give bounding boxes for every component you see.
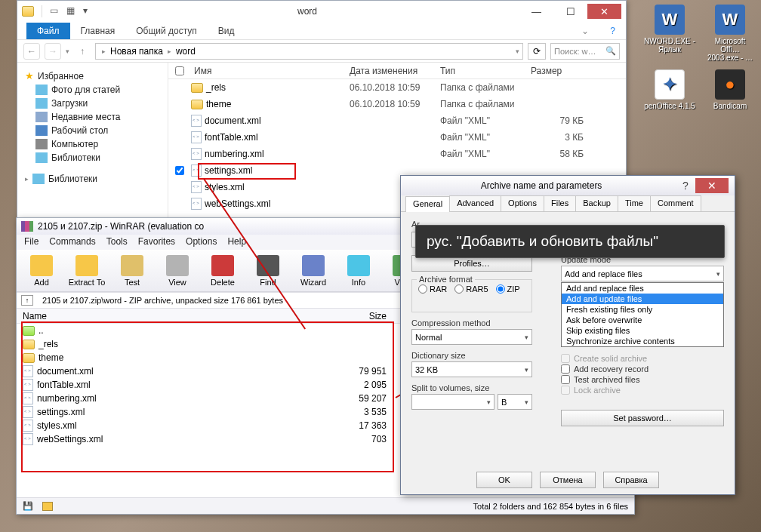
nav-item[interactable]: Рабочий стол [22,124,163,137]
desktop-icon-nword[interactable]: W NWORD.EXE - Ярлык [644,5,695,54]
tab-share[interactable]: Общий доступ [125,23,208,39]
nav-item[interactable]: Недавние места [22,110,163,124]
chk-test[interactable]: Test archived files [561,375,724,384]
col-date[interactable]: Дата изменения [350,66,440,76]
up-icon[interactable]: ↑ [21,295,33,306]
tab-time[interactable]: Time [618,195,651,211]
toolbar-wizard[interactable]: Wizard [293,253,334,288]
toolbar-delete[interactable]: Delete [202,253,243,288]
update-mode-select[interactable]: Add and replace files [561,266,724,281]
tab-view[interactable]: Вид [208,23,245,39]
desktop-icon-msoffice[interactable]: W Microsoft Offi… 2003.exe - … [704,5,756,62]
toolbar-view[interactable]: View [157,253,198,288]
radio-rar[interactable]: RAR [418,284,447,294]
nav-up-button[interactable]: ↑ [74,43,91,60]
desktop-icon-label: penOffice 4.1.5 [644,102,695,110]
tab-options[interactable]: Options [501,195,544,211]
properties-icon[interactable]: ▭ [50,5,62,17]
split-size-input[interactable] [411,394,494,410]
nav-recent-icon[interactable]: ▾ [66,48,69,55]
compression-label: Compression method [411,318,532,328]
toolbar-extract-to[interactable]: Extract To [66,253,107,288]
star-icon: ★ [25,70,34,81]
tab-home[interactable]: Главная [70,23,126,39]
explorer-titlebar[interactable]: ▭ ▦ ▾ word — ☐ ✕ [17,1,626,22]
update-option[interactable]: Fresh existing files only [562,304,723,315]
file-row[interactable]: document.xml Файл "XML" 79 КБ [168,112,626,129]
tab-backup[interactable]: Backup [575,195,618,211]
col-name[interactable]: Name [17,311,319,321]
tab-advanced[interactable]: Advanced [449,195,501,211]
file-row[interactable]: fontTable.xml Файл "XML" 3 КБ [168,129,626,146]
cancel-button[interactable]: Отмена [540,472,596,488]
nav-item[interactable]: Библиотеки [22,151,163,165]
nav-libraries[interactable]: ▸Библиотеки [22,172,163,186]
col-type[interactable]: Тип [440,66,531,76]
menu-commands[interactable]: Commands [49,236,95,248]
split-unit-select[interactable]: B [498,394,532,410]
tab-general[interactable]: General [405,196,450,212]
desktop-icon-openoffice[interactable]: ✦ penOffice 4.1.5 [644,69,695,110]
dialog-close-button[interactable]: ✕ [695,178,729,193]
col-size[interactable]: Размер [531,66,584,76]
tab-file[interactable]: Файл [26,23,70,39]
set-password-button[interactable]: Set password… [561,410,724,426]
maximize-button[interactable]: ☐ [553,4,587,19]
radio-zip[interactable]: ZIP [496,284,520,294]
desktop-icon-bandicam[interactable]: ● Bandicam [704,69,756,110]
address-dropdown-icon[interactable]: ▾ [516,48,519,55]
crumb[interactable]: Новая папка [109,46,165,57]
file-row[interactable]: theme 06.10.2018 10:59 Папка с файлами [168,96,626,112]
address-bar[interactable]: ▸ Новая папка ▸ word ▾ [95,43,523,60]
file-row[interactable]: numbering.xml Файл "XML" 58 КБ [168,146,626,162]
update-option-selected[interactable]: Add and update files [562,294,723,304]
radio-rar5[interactable]: RAR5 [454,284,488,294]
crumb[interactable]: word [174,46,197,57]
col-size[interactable]: Size [319,311,387,321]
tab-files[interactable]: Files [544,195,576,211]
breadcrumb-row: ← → ▾ ↑ ▸ Новая папка ▸ word ▾ ⟳ Поиск: … [17,40,626,63]
nav-item[interactable]: Компьютер [22,137,163,151]
menu-favorites[interactable]: Favorites [138,236,175,248]
ribbon-expand-icon[interactable]: ⌄ [571,23,599,39]
nav-item[interactable]: Фото для статей [22,83,163,97]
search-input[interactable]: Поиск: w… 🔍 [550,43,620,60]
tab-comment[interactable]: Comment [650,195,701,211]
toolbar-info[interactable]: Info [338,253,379,288]
compression-select[interactable]: Normal [411,329,532,345]
minimize-button[interactable]: — [519,4,553,19]
update-option[interactable]: Add and replace files [562,283,723,294]
help-button[interactable]: Справка [603,472,659,488]
toolbar-add[interactable]: Add [21,253,62,288]
menu-file[interactable]: File [24,236,39,248]
file-row[interactable]: _rels 06.10.2018 10:59 Папка с файлами [168,79,626,96]
dialog-help-button[interactable]: ? [676,180,695,192]
new-folder-icon[interactable]: ▦ [66,5,79,17]
menu-options[interactable]: Options [186,236,217,248]
nav-forward-button[interactable]: → [45,43,61,60]
update-option[interactable]: Skip existing files [562,325,723,336]
chk-recovery[interactable]: Add recovery record [561,364,724,374]
ribbon-help-icon[interactable]: ? [599,23,626,39]
nav-favorites[interactable]: ★Избранное [22,69,163,83]
refresh-button[interactable]: ⟳ [528,43,546,60]
row-checkbox[interactable] [175,166,184,175]
toolbar-find[interactable]: Find [248,253,288,288]
close-button[interactable]: ✕ [587,4,621,19]
dialog-titlebar[interactable]: Archive name and parameters ? ✕ [401,176,735,195]
xml-file-icon [23,379,33,391]
lock-icon [42,502,53,511]
select-all-checkbox[interactable] [175,66,184,75]
dropdown-icon[interactable]: ▾ [83,5,95,17]
xml-file-icon [23,392,33,404]
nav-item[interactable]: Загрузки [22,97,163,110]
dictionary-select[interactable]: 32 KB [411,361,532,377]
col-name[interactable]: Имя [191,66,350,76]
menu-tools[interactable]: Tools [106,236,128,248]
update-option[interactable]: Synchronize archive contents [562,336,723,346]
toolbar-test[interactable]: Test [112,253,153,288]
update-option[interactable]: Ask before overwrite [562,315,723,325]
ok-button[interactable]: OK [476,472,532,488]
nav-back-button[interactable]: ← [23,43,40,60]
winrar-icon [21,221,33,232]
